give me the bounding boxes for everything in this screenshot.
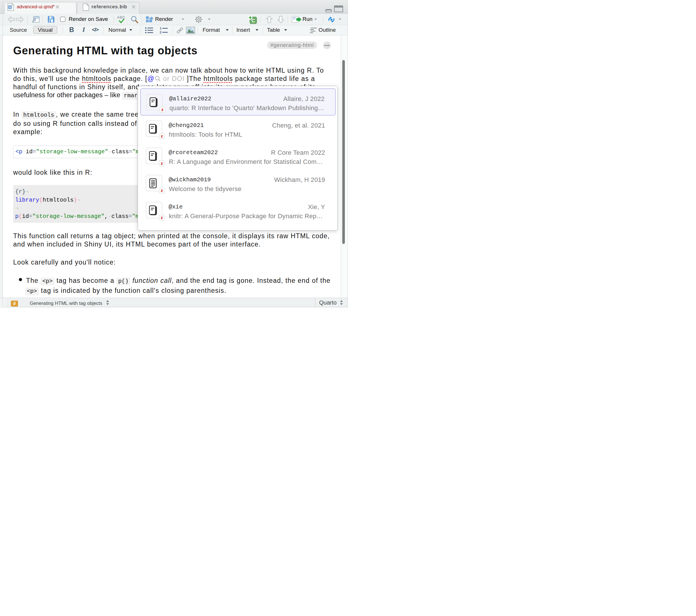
svg-text:2: 2 — [160, 31, 161, 34]
svg-text:1: 1 — [160, 27, 161, 30]
svg-text:C: C — [252, 18, 255, 23]
